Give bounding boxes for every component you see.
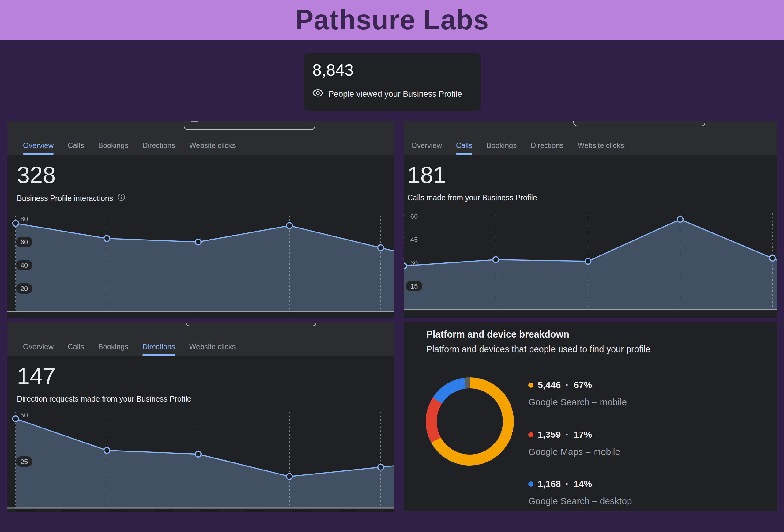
svg-text:20: 20 <box>21 285 28 292</box>
calls-panel-header: OverviewCallsBookingsDirectionsWebsite c… <box>403 121 777 155</box>
calls-count: 181 <box>407 161 446 188</box>
svg-text:60: 60 <box>410 213 418 220</box>
legend-item: 1,168·14%Google Search – desktop <box>528 479 632 506</box>
tab-overview[interactable]: Overview <box>23 141 54 155</box>
directions-label: Direction requests made from your Busine… <box>17 394 191 403</box>
interactions-panel: OverviewCallsBookingsDirectionsWebsite c… <box>7 121 394 318</box>
tab-website-clicks[interactable]: Website clicks <box>578 141 624 155</box>
tab-calls[interactable]: Calls <box>68 342 84 356</box>
directions-panel: OverviewCallsBookingsDirectionsWebsite c… <box>7 322 394 512</box>
tab-label: Website clicks <box>189 342 236 351</box>
legend-value: 1,359 <box>538 429 561 440</box>
tab-label: Overview <box>411 141 442 149</box>
views-label-row: People viewed your Business Profile <box>312 89 462 99</box>
tab-website-clicks[interactable]: Website clicks <box>189 342 236 356</box>
dropdown-text-fragment <box>191 121 198 122</box>
legend-percent: 67% <box>573 380 592 390</box>
legend-label: Google Search – mobile <box>528 397 627 407</box>
directions-count: 147 <box>17 363 56 389</box>
tab-calls[interactable]: Calls <box>68 141 84 155</box>
breakdown-panel: Platform and device breakdown Platform a… <box>403 322 777 511</box>
legend-dot-icon <box>528 432 533 437</box>
legend-separator: · <box>566 380 569 390</box>
legend-percent: 14% <box>573 479 592 489</box>
legend-value-line: 1,168·14% <box>528 479 632 489</box>
svg-text:80: 80 <box>21 215 28 223</box>
legend-separator: · <box>566 479 569 489</box>
tab-label: Calls <box>68 141 84 149</box>
svg-text:40: 40 <box>21 261 28 269</box>
tab-label: Website clicks <box>189 141 236 149</box>
views-card: 8,843 People viewed your Business Profil… <box>304 53 481 111</box>
svg-text:45: 45 <box>410 236 418 244</box>
legend-percent: 17% <box>573 429 592 440</box>
calls-panel-body: 181 Calls made from your Business Profil… <box>403 155 777 318</box>
date-range-dropdown[interactable] <box>186 322 316 326</box>
tab-label: Overview <box>23 342 54 351</box>
legend-label: Google Search – desktop <box>528 496 632 506</box>
interactions-panel-body: 328 Business Profile interactions 806040… <box>7 155 394 318</box>
clipped-axis-labels <box>16 510 394 512</box>
legend-dot-icon <box>528 383 533 388</box>
tab-calls[interactable]: Calls <box>456 141 472 155</box>
breakdown-legend: 5,446·67%Google Search – mobile1,359·17%… <box>404 322 777 511</box>
directions-line-chart: 5025 <box>7 409 394 510</box>
info-icon[interactable] <box>117 193 125 203</box>
interactions-panel-header: OverviewCallsBookingsDirectionsWebsite c… <box>7 121 394 155</box>
tab-directions[interactable]: Directions <box>142 342 175 356</box>
tab-overview[interactable]: Overview <box>23 342 54 356</box>
calls-panel: OverviewCallsBookingsDirectionsWebsite c… <box>403 121 777 318</box>
tab-bookings[interactable]: Bookings <box>486 141 516 155</box>
calls-label: Calls made from your Business Profile <box>407 193 537 202</box>
legend-dot-icon <box>528 481 533 487</box>
page-title: Pathsure Labs <box>295 4 489 36</box>
tab-bookings[interactable]: Bookings <box>98 141 128 155</box>
legend-item: 5,446·67%Google Search – mobile <box>528 380 627 407</box>
svg-text:60: 60 <box>21 238 28 246</box>
tab-label: Directions <box>142 141 175 149</box>
svg-text:25: 25 <box>21 458 28 466</box>
metric-tabs: OverviewCallsBookingsDirectionsWebsite c… <box>411 141 624 155</box>
date-range-dropdown[interactable] <box>573 121 705 126</box>
svg-text:50: 50 <box>21 411 28 419</box>
views-count: 8,843 <box>312 60 354 79</box>
date-range-dropdown[interactable] <box>184 121 315 130</box>
header-banner: Pathsure Labs <box>0 0 784 40</box>
svg-text:30: 30 <box>410 259 418 267</box>
calls-line-chart: 60453015 <box>403 211 777 311</box>
tab-label: Bookings <box>98 342 128 351</box>
tab-label: Bookings <box>98 141 128 149</box>
legend-item: 1,359·17%Google Maps – mobile <box>528 429 620 457</box>
legend-value: 1,168 <box>538 479 561 489</box>
metric-tabs: OverviewCallsBookingsDirectionsWebsite c… <box>23 141 235 155</box>
tab-label: Overview <box>23 141 54 149</box>
directions-panel-header: OverviewCallsBookingsDirectionsWebsite c… <box>7 322 394 356</box>
tab-label: Bookings <box>486 141 516 149</box>
tab-label: Calls <box>68 342 84 351</box>
interactions-line-chart: 80604020 <box>7 213 394 314</box>
tab-label: Directions <box>142 342 175 351</box>
tab-directions[interactable]: Directions <box>531 141 563 155</box>
tab-label: Directions <box>531 141 563 149</box>
views-label: People viewed your Business Profile <box>328 89 462 99</box>
tab-website-clicks[interactable]: Website clicks <box>189 141 236 155</box>
svg-text:15: 15 <box>410 282 418 290</box>
tab-directions[interactable]: Directions <box>142 141 175 155</box>
interactions-label-row: Business Profile interactions <box>17 193 125 203</box>
legend-label: Google Maps – mobile <box>528 447 620 457</box>
legend-separator: · <box>566 429 569 440</box>
legend-value-line: 5,446·67% <box>528 380 627 390</box>
tab-overview[interactable]: Overview <box>411 141 442 155</box>
tab-label: Website clicks <box>578 141 624 149</box>
tab-label: Calls <box>456 141 472 149</box>
interactions-label: Business Profile interactions <box>17 194 113 203</box>
directions-label-row: Direction requests made from your Busine… <box>17 394 191 403</box>
metric-tabs: OverviewCallsBookingsDirectionsWebsite c… <box>23 342 235 356</box>
calls-label-row: Calls made from your Business Profile <box>407 193 537 202</box>
legend-value: 5,446 <box>538 380 561 390</box>
interactions-count: 328 <box>17 161 56 188</box>
directions-panel-body: 147 Direction requests made from your Bu… <box>7 356 394 512</box>
tab-bookings[interactable]: Bookings <box>98 342 128 356</box>
eye-icon <box>312 89 324 99</box>
legend-value-line: 1,359·17% <box>528 429 620 440</box>
